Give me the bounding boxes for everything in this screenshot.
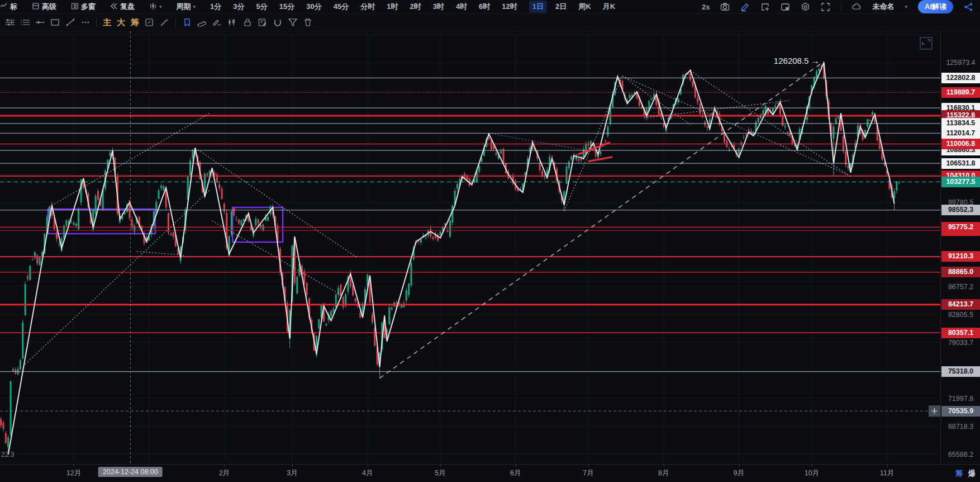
price-line-label[interactable]: 80357.1 [941, 328, 980, 338]
multi-window-icon [71, 2, 79, 12]
pattern-icon[interactable] [225, 16, 240, 29]
adjust-lines-icon[interactable] [2, 16, 17, 29]
list-lines-icon[interactable] [17, 16, 32, 29]
timeframe-1日[interactable]: 1日 [529, 1, 547, 13]
timeframe-1时[interactable]: 1时 [387, 2, 398, 12]
price-line-label[interactable]: 95775.2 [941, 222, 980, 233]
timeframe-5分[interactable]: 5分 [256, 2, 268, 12]
drawing-toolbar: 主大筹 [0, 14, 980, 31]
month-label: 8月 [658, 469, 669, 478]
trend-line-icon[interactable] [63, 16, 78, 29]
timeframe-周K[interactable]: 周K [578, 2, 591, 12]
month-label: 2月 [219, 469, 230, 478]
ruler-icon[interactable] [194, 16, 210, 29]
time-axis[interactable]: 12月2月3月4月5月6月7月8月9月10月11月2024-12-24 08:0… [0, 464, 980, 482]
panel-buttons[interactable]: 筹爆 [950, 469, 976, 479]
month-label: 3月 [287, 469, 297, 478]
divider [841, 2, 841, 11]
price-tick: 82805.5 [941, 310, 980, 320]
add-order-button[interactable] [929, 405, 940, 417]
price-tick: 65588.2 [941, 450, 980, 460]
timeframe-分时[interactable]: 分时 [360, 2, 375, 12]
ai-analysis-button[interactable]: AI解读 [918, 0, 953, 13]
price-line-label[interactable]: 84213.7 [941, 299, 980, 310]
latency-indicator: 2s [702, 3, 710, 11]
price-line-label[interactable]: 88865.0 [941, 267, 980, 277]
price-line-label[interactable]: 119889.7 [941, 87, 980, 98]
sync-edit-icon[interactable] [142, 16, 157, 29]
timeframe-3时[interactable]: 3时 [433, 2, 444, 12]
timeframe-12时[interactable]: 12时 [502, 2, 517, 12]
add-pane-icon[interactable] [760, 2, 770, 12]
top-toolbar: 标高级多窗复盘▾周期▾1分3分5分15分30分45分分时1时2时3时4时6时12… [0, 0, 980, 14]
menu-item-4[interactable]: ▾ [149, 2, 162, 12]
magnet-icon[interactable] [270, 16, 285, 29]
price-line-label[interactable]: 110006.8 [941, 139, 980, 149]
indicator-icon [0, 2, 8, 12]
purple-range-boxes[interactable] [48, 207, 283, 242]
month-label: 5月 [435, 469, 445, 478]
fullscreen-icon[interactable] [821, 2, 830, 12]
divider [175, 18, 176, 27]
timeframe-1分[interactable]: 1分 [210, 2, 221, 12]
more-icon[interactable] [78, 16, 93, 29]
rectangle-icon[interactable] [47, 16, 63, 29]
price-line-label[interactable]: 106531.8 [941, 158, 980, 169]
filter-icon[interactable] [285, 16, 300, 29]
region-select-icon[interactable] [920, 37, 932, 49]
timeframe-45分[interactable]: 45分 [334, 2, 349, 12]
timeframe-4时[interactable]: 4时 [456, 2, 467, 12]
chart-mode-筹[interactable]: 筹 [128, 17, 142, 28]
timeframe-2日[interactable]: 2日 [555, 2, 567, 12]
price-line-label[interactable]: 98552.3 [941, 205, 980, 215]
crosshair [0, 31, 940, 464]
month-label: 11月 [880, 469, 894, 478]
crosshair-price-label: 70535.9 [941, 406, 980, 417]
candles-up [7, 69, 900, 447]
share-icon[interactable] [964, 2, 973, 12]
price-line-label[interactable]: 75318.0 [941, 366, 980, 377]
gridlines [0, 7, 940, 464]
price-line-label[interactable]: 112014.7 [941, 128, 980, 139]
camera-icon[interactable] [720, 2, 730, 12]
candlestick-chart[interactable]: 126208.5 → [0, 0, 980, 482]
timeframe-3分[interactable]: 3分 [233, 2, 244, 12]
order-edit-icon[interactable] [255, 16, 270, 29]
bookmark-icon[interactable] [179, 16, 194, 29]
magic-brush-icon[interactable] [157, 16, 172, 29]
menu-item-2[interactable]: 多窗 [71, 2, 96, 12]
price-level-lines[interactable] [0, 78, 940, 371]
timeframe-30分[interactable]: 30分 [306, 2, 321, 12]
pencil-icon[interactable] [740, 2, 750, 12]
signature-icon[interactable] [210, 16, 225, 29]
timeframe-6时[interactable]: 6时 [479, 2, 490, 12]
chevron-down-icon: ▾ [193, 4, 196, 10]
workspace-name[interactable]: 未命名 [872, 2, 894, 12]
timeframe-15分[interactable]: 15分 [279, 2, 294, 12]
price-tick: 125973.4 [941, 58, 980, 68]
chevron-down-icon[interactable]: ▾ [905, 4, 907, 10]
timeframe-月K[interactable]: 月K [603, 2, 615, 12]
lock-icon[interactable] [240, 16, 255, 29]
price-line-label[interactable]: 122802.8 [941, 73, 980, 83]
menu-item-5[interactable]: 周期▾ [177, 2, 196, 12]
zigzag-line[interactable] [8, 63, 895, 455]
settings-icon[interactable] [801, 2, 810, 12]
gallery-icon[interactable] [781, 2, 790, 12]
chart-area[interactable]: 126208.5 → 125973.4104542.399780.586757.… [0, 31, 980, 482]
menu-item-3[interactable]: 复盘 [110, 2, 135, 12]
menu-item-0[interactable]: 标 [0, 2, 17, 12]
horizontal-line-icon[interactable] [32, 16, 47, 29]
chart-mode-主[interactable]: 主 [100, 17, 114, 28]
trash-icon[interactable] [300, 16, 315, 29]
timeframe-2时[interactable]: 2时 [410, 2, 421, 12]
menu-item-1[interactable]: 高级 [32, 2, 56, 12]
chart-mode-大[interactable]: 大 [114, 17, 128, 28]
price-axis[interactable]: 125973.4104542.399780.586757.282805.5790… [940, 31, 980, 464]
cloud-icon [852, 2, 862, 12]
month-label: 7月 [583, 469, 593, 478]
price-line-label[interactable]: 113834.5 [941, 118, 980, 129]
advanced-icon [32, 2, 40, 12]
month-label: 9月 [734, 469, 744, 478]
price-line-label[interactable]: 91210.3 [941, 251, 980, 262]
